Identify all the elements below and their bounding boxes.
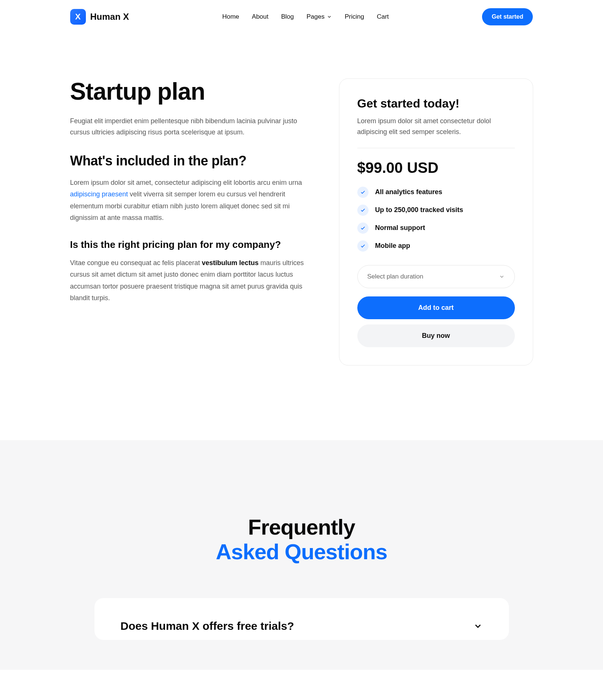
feature-list: All analytics features Up to 250,000 tra… — [357, 187, 515, 252]
check-icon — [357, 240, 369, 252]
card-desc: Lorem ipsum dolor sit amet consectetur d… — [357, 116, 515, 137]
nav-cart[interactable]: Cart — [377, 13, 389, 21]
included-heading: What's included in the plan? — [70, 153, 309, 169]
faq-question: Does Human X offers free trials? — [121, 620, 294, 632]
main-nav: Home About Blog Pages Pricing Cart — [222, 13, 389, 21]
plan-description: Startup plan Feugiat elit imperdiet enim… — [70, 78, 309, 319]
nav-pages[interactable]: Pages — [307, 13, 332, 21]
feature-item: Normal support — [357, 223, 515, 234]
page-title: Startup plan — [70, 78, 309, 105]
check-icon — [357, 205, 369, 216]
faq-item[interactable]: Does Human X offers free trials? — [121, 620, 483, 632]
emphasis-text: vestibulum lectus — [202, 259, 258, 267]
included-text: Lorem ipsum dolor sit amet, consectetur … — [70, 177, 309, 224]
price: $99.00 USD — [357, 159, 515, 176]
add-to-cart-button[interactable]: Add to cart — [357, 296, 515, 319]
nav-pricing[interactable]: Pricing — [345, 13, 364, 21]
plan-intro: Feugiat elit imperdiet enim pellentesque… — [70, 116, 309, 138]
right-plan-heading: Is this the right pricing plan for my co… — [70, 239, 309, 251]
feature-label: Up to 250,000 tracked visits — [375, 206, 463, 214]
chevron-down-icon — [473, 621, 483, 631]
faq-section: Frequently Asked Questions Does Human X … — [0, 440, 603, 670]
nav-about[interactable]: About — [252, 13, 268, 21]
get-started-button[interactable]: Get started — [482, 8, 533, 25]
select-placeholder: Select plan duration — [367, 273, 423, 280]
check-icon — [357, 187, 369, 198]
logo[interactable]: X Human X — [70, 9, 129, 25]
feature-label: All analytics features — [375, 188, 442, 196]
nav-pages-label: Pages — [307, 13, 324, 21]
plan-duration-select[interactable]: Select plan duration — [357, 265, 515, 288]
buy-now-button[interactable]: Buy now — [357, 324, 515, 347]
card-title: Get started today! — [357, 97, 515, 111]
faq-title: Frequently Asked Questions — [0, 515, 603, 564]
main-content: Startup plan Feugiat elit imperdiet enim… — [70, 34, 533, 440]
nav-blog[interactable]: Blog — [281, 13, 294, 21]
chevron-down-icon — [499, 274, 505, 280]
feature-item: Mobile app — [357, 240, 515, 252]
feature-label: Mobile app — [375, 242, 410, 250]
feature-item: All analytics features — [357, 187, 515, 198]
right-plan-text: Vitae congue eu consequat ac felis place… — [70, 257, 309, 304]
faq-card: Does Human X offers free trials? — [94, 598, 509, 640]
chevron-down-icon — [327, 14, 332, 19]
feature-item: Up to 250,000 tracked visits — [357, 205, 515, 216]
logo-icon: X — [70, 9, 86, 25]
divider — [357, 148, 515, 148]
header: X Human X Home About Blog Pages Pricing … — [70, 0, 533, 34]
check-icon — [357, 223, 369, 234]
feature-label: Normal support — [375, 224, 425, 232]
pricing-card: Get started today! Lorem ipsum dolor sit… — [339, 78, 533, 365]
inline-link[interactable]: adipiscing praesent — [70, 190, 128, 198]
logo-text: Human X — [90, 12, 129, 22]
nav-home[interactable]: Home — [222, 13, 239, 21]
